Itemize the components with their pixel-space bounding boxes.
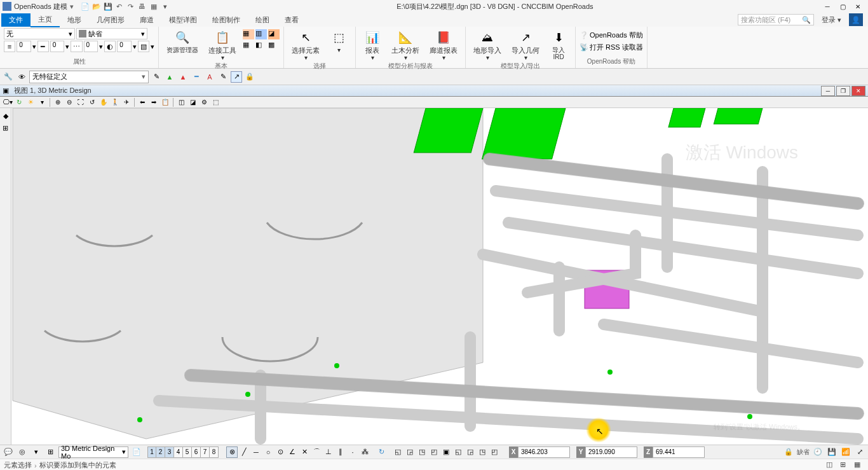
basic-tool-5[interactable]: ◧ bbox=[255, 41, 267, 51]
feature-tool-1[interactable]: ✎ bbox=[151, 71, 162, 83]
feature-icon-2[interactable]: 👁 bbox=[16, 71, 27, 83]
minimize-button[interactable]: ─ bbox=[820, 1, 835, 12]
gutter-icon-2[interactable]: ⊞ bbox=[3, 124, 8, 132]
vc-4[interactable]: ◰ bbox=[428, 446, 440, 458]
vc-6[interactable]: ◱ bbox=[452, 446, 464, 458]
maximize-button[interactable]: ▢ bbox=[835, 1, 850, 12]
snap-point-icon[interactable]: · bbox=[347, 446, 358, 458]
feature-tool-6[interactable]: ✎ bbox=[217, 71, 229, 83]
snap-multi-icon[interactable]: ⁂ bbox=[359, 446, 370, 458]
snap-center-icon[interactable]: ○ bbox=[262, 446, 274, 458]
fence-button[interactable]: ⬚ ▾ bbox=[326, 28, 351, 62]
new-icon[interactable]: 📄 bbox=[80, 1, 90, 11]
y-value[interactable]: 2919.090 bbox=[585, 446, 637, 458]
vc-8[interactable]: ◳ bbox=[477, 446, 488, 458]
feature-definition-dropdown[interactable]: 无特征定义 ▾ bbox=[29, 71, 149, 83]
file-tab[interactable]: 文件 bbox=[1, 13, 31, 27]
x-value[interactable]: 3846.203 bbox=[518, 446, 570, 458]
clip-volume-icon[interactable]: ◫ bbox=[176, 97, 186, 107]
bt-icon-4[interactable]: ⊞ bbox=[44, 446, 56, 458]
transparency-icon[interactable]: ◐ bbox=[104, 41, 116, 52]
snap-tangent-icon[interactable]: ⌒ bbox=[311, 446, 322, 458]
pan-icon[interactable]: ✋ bbox=[98, 97, 109, 107]
snap-parallel-icon[interactable]: ∥ bbox=[335, 446, 346, 458]
zoom-out-icon[interactable]: ⊖ bbox=[64, 97, 74, 107]
rss-button[interactable]: 📡 打开 RSS 读取器 bbox=[580, 43, 643, 52]
view-num-7[interactable]: 7 bbox=[201, 446, 210, 458]
help-button[interactable]: ❔ OpenRoads 帮助 bbox=[580, 31, 643, 40]
terrain-import-button[interactable]: ⛰ 地形导入▾ bbox=[470, 28, 505, 62]
lock-status-icon[interactable]: 🔒 bbox=[783, 446, 794, 458]
view-close-button[interactable]: ✕ bbox=[851, 86, 865, 96]
feature-tool-2[interactable]: ▲ bbox=[164, 71, 175, 83]
feature-tool-7[interactable]: ↗ bbox=[231, 71, 242, 83]
home-tab[interactable]: 主页 bbox=[31, 13, 60, 27]
status-icon-1[interactable]: ◫ bbox=[826, 460, 836, 471]
view-num-2[interactable]: 2 bbox=[156, 446, 165, 458]
basic-tool-3[interactable]: ◪ bbox=[268, 29, 280, 39]
civil-analysis-button[interactable]: 📐 土木分析▾ bbox=[388, 28, 423, 62]
snap-intersect-icon[interactable]: ✕ bbox=[299, 446, 310, 458]
vc-9[interactable]: ◰ bbox=[489, 446, 500, 458]
snap-near-icon[interactable]: ╱ bbox=[238, 446, 250, 458]
gutter-icon-1[interactable]: ◆ bbox=[3, 112, 8, 120]
report-button[interactable]: 📊 报表▾ bbox=[360, 28, 385, 62]
basic-tool-4[interactable]: ▦ bbox=[243, 41, 254, 51]
view-tool-2[interactable]: ☀ bbox=[25, 97, 36, 107]
close-button[interactable]: ✕ bbox=[850, 1, 865, 12]
signal-icon[interactable]: 📶 bbox=[840, 446, 851, 458]
open-icon[interactable]: 📂 bbox=[92, 1, 102, 11]
ribbon-search-input[interactable]: 搜索功能区 (F4) 🔍 bbox=[738, 14, 814, 25]
copy-view-icon[interactable]: 📋 bbox=[160, 97, 170, 107]
view-num-6[interactable]: 6 bbox=[192, 446, 201, 458]
feature-tool-4[interactable]: ━ bbox=[191, 71, 202, 83]
history-icon[interactable]: 🕘 bbox=[812, 446, 824, 458]
basic-tool-2[interactable]: ▥ bbox=[255, 29, 267, 39]
line-weight-icon[interactable]: ━ bbox=[37, 41, 49, 52]
user-icon[interactable]: 👤 bbox=[849, 13, 863, 26]
transparency-value[interactable]: 0 bbox=[117, 41, 132, 52]
zoom-fit-icon[interactable]: ⛶ bbox=[76, 97, 86, 107]
login-button[interactable]: 登录 ▾ bbox=[817, 14, 846, 26]
running-coords-icon[interactable]: ◎ bbox=[17, 446, 28, 458]
view-display-dropdown[interactable]: 🖵▾ bbox=[3, 97, 13, 107]
attach-tools-button[interactable]: 📋 连接工具▾ bbox=[205, 28, 240, 62]
import-ird-button[interactable]: ⬇ 导入 IRD bbox=[546, 28, 571, 62]
3d-viewport[interactable]: ◆ ⊞ bbox=[0, 108, 868, 445]
line-style-icon[interactable]: ≡ bbox=[4, 41, 15, 52]
zoom-window-icon[interactable]: ⊕ bbox=[53, 97, 63, 107]
line-type-value[interactable]: 0 bbox=[84, 41, 98, 52]
vc-1[interactable]: ◱ bbox=[392, 446, 403, 458]
level-dropdown[interactable]: 无▾ bbox=[4, 28, 75, 39]
view-num-8[interactable]: 8 bbox=[210, 446, 219, 458]
view-next-icon[interactable]: ➡ bbox=[149, 97, 159, 107]
model-detail-tab[interactable]: 模型详图 bbox=[161, 13, 205, 27]
z-value[interactable]: 69.441 bbox=[653, 446, 705, 458]
snap-mid-icon[interactable]: ─ bbox=[250, 446, 262, 458]
walk-icon[interactable]: 🚶 bbox=[110, 97, 120, 107]
save-icon[interactable]: 💾 bbox=[103, 1, 113, 11]
message-center-icon[interactable]: 💬 bbox=[3, 446, 14, 458]
view-tool-sep1[interactable]: ▾ bbox=[37, 97, 47, 107]
geom-import-button[interactable]: ↗ 导入几何▾ bbox=[508, 28, 543, 62]
color-dropdown[interactable]: 缺省▾ bbox=[76, 28, 147, 39]
basic-tool-6[interactable]: ▩ bbox=[268, 41, 280, 51]
snap-bisector-icon[interactable]: ∠ bbox=[287, 446, 298, 458]
line-weight-value[interactable]: 0 bbox=[50, 41, 65, 52]
geometry-tab[interactable]: 几何图形 bbox=[89, 13, 132, 27]
lock-icon[interactable]: 🔒 bbox=[244, 71, 255, 83]
view-restore-button[interactable]: ❐ bbox=[836, 86, 850, 96]
view-num-4[interactable]: 4 bbox=[174, 446, 183, 458]
terrain-tab[interactable]: 地形 bbox=[60, 13, 89, 27]
status-icon-2[interactable]: ⊞ bbox=[840, 460, 850, 471]
view-extra-2[interactable]: ⬚ bbox=[210, 97, 220, 107]
workflow-dropdown-icon[interactable]: ▾ bbox=[70, 3, 74, 11]
snap-perp-icon[interactable]: ⊥ bbox=[323, 446, 334, 458]
feature-tool-3[interactable]: ▲ bbox=[177, 71, 189, 83]
priority-icon[interactable]: ▧ bbox=[138, 41, 149, 52]
expand-icon[interactable]: ⤢ bbox=[854, 446, 865, 458]
corridor-tab[interactable]: 廊道 bbox=[132, 13, 161, 27]
explorer-button[interactable]: 🔍 资源管理器 bbox=[163, 28, 202, 62]
snap-origin-icon[interactable]: ⊙ bbox=[275, 446, 286, 458]
drawing-production-tab[interactable]: 绘图制作 bbox=[205, 13, 248, 27]
